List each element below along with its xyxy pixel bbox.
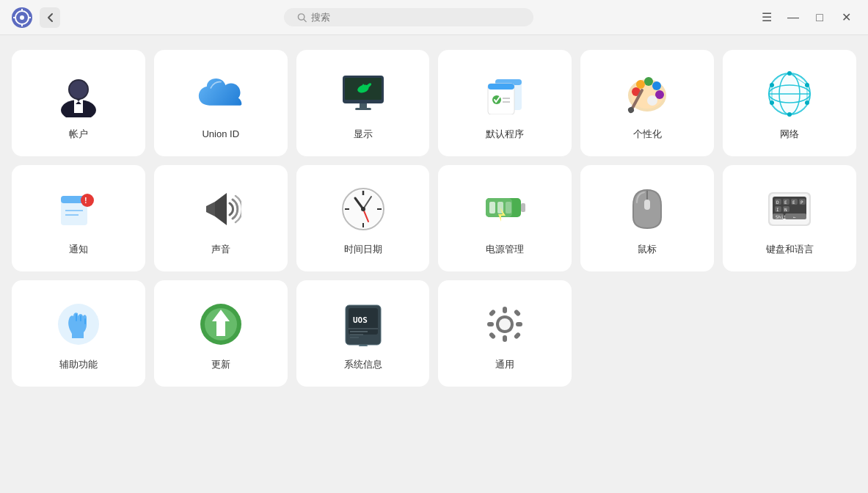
- datetime-icon: [340, 186, 387, 233]
- sysinfo-icon: UOS: [340, 301, 387, 348]
- notification-item[interactable]: ! 通知: [12, 165, 145, 271]
- svg-point-34: [644, 77, 653, 86]
- svg-rect-119: [514, 332, 522, 340]
- mouse-item[interactable]: 鼠标: [580, 165, 714, 271]
- svg-text:D: D: [776, 200, 779, 205]
- general-item[interactable]: 通用: [438, 280, 572, 387]
- svg-point-37: [647, 95, 657, 106]
- search-input[interactable]: [311, 12, 520, 23]
- account-label: 帐户: [69, 128, 88, 141]
- union-id-label: Union ID: [202, 128, 239, 139]
- personalization-label: 个性化: [633, 128, 662, 141]
- keyboard-label: 键盘和语言: [766, 243, 814, 256]
- svg-point-14: [70, 81, 87, 98]
- svg-text:UOS: UOS: [353, 315, 368, 325]
- mouse-label: 鼠标: [638, 243, 657, 256]
- close-button[interactable]: ✕: [836, 7, 856, 28]
- svg-text:!: !: [84, 196, 87, 205]
- svg-text:E: E: [792, 200, 795, 205]
- svg-point-33: [636, 80, 645, 89]
- svg-point-35: [652, 81, 661, 90]
- default-apps-label: 默认程序: [486, 128, 524, 141]
- svg-rect-118: [489, 332, 497, 340]
- sysinfo-label: 系统信息: [344, 358, 382, 371]
- svg-point-111: [499, 318, 511, 330]
- general-icon: [481, 301, 528, 348]
- svg-point-48: [787, 112, 792, 117]
- titlebar: ☰ — □ ✕: [0, 0, 868, 35]
- app-logo-icon: [12, 7, 32, 28]
- personalization-icon: [624, 70, 671, 117]
- svg-rect-73: [489, 202, 495, 213]
- search-icon: [297, 12, 307, 23]
- svg-rect-116: [489, 309, 497, 317]
- datetime-label: 时间日期: [344, 243, 382, 256]
- notification-icon: !: [55, 186, 102, 233]
- display-icon: [340, 70, 387, 117]
- back-button[interactable]: [40, 7, 60, 28]
- keyboard-item[interactable]: D E E P I N Shift: [723, 165, 856, 271]
- svg-text:E: E: [784, 200, 787, 205]
- sysinfo-item[interactable]: UOS 系统信息: [296, 280, 430, 387]
- update-icon: [197, 301, 244, 348]
- union-id-item[interactable]: Union ID: [154, 50, 288, 156]
- accessibility-label: 辅助功能: [59, 358, 98, 371]
- update-item[interactable]: 更新: [154, 280, 288, 387]
- grid-row-3: 辅助功能 更新: [12, 280, 856, 387]
- grid-row-1: 帐户 Union ID: [12, 50, 856, 156]
- display-item[interactable]: 显示: [296, 50, 430, 156]
- svg-rect-115: [516, 322, 522, 326]
- svg-point-2: [20, 15, 24, 20]
- svg-line-8: [303, 19, 305, 21]
- maximize-button[interactable]: □: [809, 7, 830, 28]
- svg-text:P: P: [800, 200, 803, 205]
- search-bar: [284, 8, 533, 26]
- default-apps-item[interactable]: 默认程序: [438, 50, 572, 156]
- accessibility-icon: [55, 301, 102, 348]
- network-item[interactable]: 网络: [723, 50, 856, 156]
- general-label: 通用: [495, 358, 514, 371]
- titlebar-left: [12, 7, 60, 28]
- power-icon: [481, 186, 528, 233]
- svg-rect-110: [359, 345, 368, 346]
- empty-cell-2: [723, 280, 856, 387]
- svg-rect-26: [488, 84, 514, 90]
- svg-rect-113: [503, 335, 507, 342]
- svg-rect-114: [487, 322, 494, 326]
- sound-item[interactable]: 声音: [154, 165, 288, 271]
- update-label: 更新: [211, 358, 230, 371]
- power-item[interactable]: 电源管理: [438, 165, 572, 271]
- network-label: 网络: [780, 128, 799, 141]
- empty-cell-1: [580, 280, 714, 387]
- notification-label: 通知: [69, 243, 88, 256]
- svg-text:I: I: [776, 207, 779, 212]
- svg-rect-78: [644, 200, 650, 210]
- mouse-icon: [624, 186, 671, 233]
- svg-point-58: [81, 194, 94, 207]
- minimize-button[interactable]: —: [783, 7, 803, 28]
- keyboard-icon: D E E P I N Shift: [766, 186, 813, 233]
- account-icon: [55, 70, 102, 117]
- personalization-item[interactable]: 个性化: [580, 50, 714, 156]
- sound-icon: [197, 186, 244, 233]
- main-content: 帐户 Union ID: [0, 35, 868, 493]
- datetime-item[interactable]: 时间日期: [296, 165, 430, 271]
- account-item[interactable]: 帐户: [12, 50, 145, 156]
- network-icon: [766, 70, 813, 117]
- display-label: 显示: [354, 128, 373, 141]
- accessibility-item[interactable]: 辅助功能: [12, 280, 145, 387]
- svg-text:←: ←: [793, 214, 796, 219]
- union-id-icon: [197, 71, 244, 118]
- titlebar-right: ☰ — □ ✕: [756, 7, 856, 28]
- svg-rect-72: [521, 203, 525, 212]
- default-apps-icon: [481, 70, 528, 117]
- svg-rect-117: [514, 309, 522, 317]
- menu-button[interactable]: ☰: [756, 7, 777, 28]
- svg-rect-75: [506, 202, 511, 213]
- sound-label: 声音: [211, 243, 230, 256]
- grid-row-2: ! 通知 声音: [12, 165, 856, 271]
- svg-rect-22: [355, 108, 371, 110]
- svg-rect-21: [360, 103, 367, 108]
- svg-point-69: [361, 207, 365, 211]
- power-label: 电源管理: [486, 243, 524, 256]
